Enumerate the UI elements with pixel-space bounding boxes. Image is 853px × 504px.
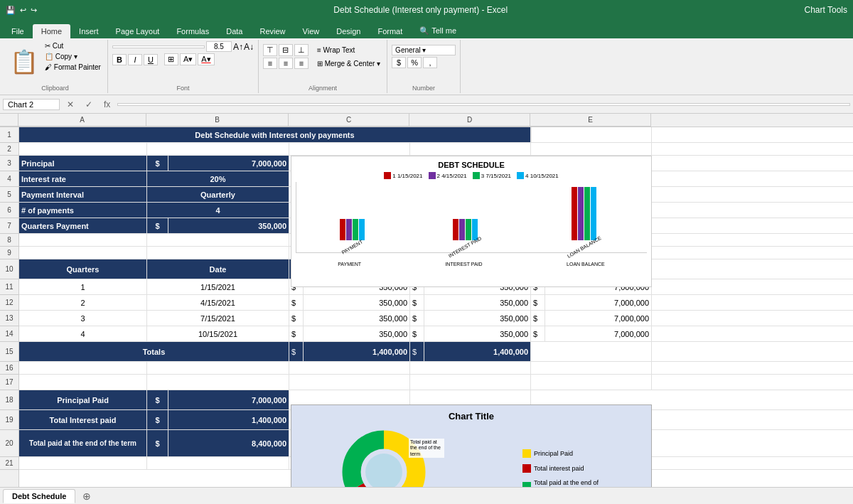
donut-chart[interactable]: Chart Title (291, 404, 652, 487)
confirm-button[interactable]: ✓ (81, 99, 97, 110)
align-right-button[interactable]: ≡ (294, 58, 309, 69)
align-left-button[interactable]: ≡ (263, 58, 277, 69)
row-header-5[interactable]: 5 (0, 187, 18, 203)
row-header-3[interactable]: 3 (0, 156, 18, 171)
table-row (19, 143, 853, 156)
row-header-15[interactable]: 15 (0, 342, 18, 362)
percent-button[interactable]: % (407, 57, 422, 68)
table-row: Debt Schedule with Interest only payment… (19, 127, 853, 143)
col-header-d[interactable]: D (409, 114, 530, 127)
underline-button[interactable]: U (144, 54, 158, 65)
row-header-2[interactable]: 2 (0, 143, 18, 156)
tab-home[interactable]: Home (33, 24, 70, 38)
row-header-10[interactable]: 10 (0, 259, 18, 279)
redo-icon[interactable]: ↪ (31, 6, 37, 15)
row-header-11[interactable]: 11 (0, 279, 18, 295)
row-header-20[interactable]: 20 (0, 430, 18, 457)
align-center-button[interactable]: ≡ (279, 58, 293, 69)
font-color-button[interactable]: A▾ (198, 53, 214, 65)
col-header-e[interactable]: E (530, 114, 651, 127)
cell-9b (147, 247, 289, 259)
row-header-18[interactable]: 18 (0, 390, 18, 410)
align-bottom-button[interactable]: ⊥ (294, 44, 309, 56)
cell-17b (147, 375, 289, 390)
tab-format[interactable]: Format (369, 24, 411, 38)
row-header-14[interactable]: 14 (0, 326, 18, 342)
col-header-a[interactable]: A (18, 114, 146, 127)
row-header-12[interactable]: 12 (0, 295, 18, 311)
formula-input[interactable] (117, 103, 850, 106)
cell-14c-dollar: $ (289, 326, 304, 341)
row-header-13[interactable]: 13 (0, 311, 18, 326)
table-row: 3 7/15/2021 $ 350,000 $ 350,000 $ 7,000,… (19, 311, 853, 326)
tab-formulas[interactable]: Formulas (168, 24, 218, 38)
cell-20a: Total paid at the end of the term (19, 430, 147, 456)
row-header-8[interactable]: 8 (0, 234, 18, 247)
row-headers: 1 2 3 4 5 6 7 8 9 10 11 12 13 14 15 16 1… (0, 127, 19, 487)
font-group: 8.5 A↑ A↓ B I U ⊞ A▾ A▾ Font (108, 40, 259, 93)
border-button[interactable]: ⊞ (164, 53, 178, 65)
dollar-button[interactable]: $ (392, 57, 406, 68)
font-name-input[interactable] (112, 45, 205, 48)
merge-center-button[interactable]: ⊞ Merge & Center ▾ (315, 59, 382, 68)
cell-6a: # of payments (19, 203, 147, 218)
row-header-7[interactable]: 7 (0, 218, 18, 234)
font-grow-button[interactable]: A↑ (233, 42, 243, 52)
cell-19b-val: 1,400,000 (168, 410, 289, 429)
tab-tell-me[interactable]: 🔍 Tell me (411, 23, 465, 38)
tab-view[interactable]: View (294, 24, 328, 38)
cut-button[interactable]: ✂ Cut (43, 41, 103, 50)
row-header-4[interactable]: 4 (0, 171, 18, 187)
cell-reference[interactable]: Chart 2 (3, 99, 60, 110)
add-sheet-button[interactable]: ⊕ (77, 489, 97, 503)
cell-17e (531, 375, 652, 390)
cancel-button[interactable]: ✕ (63, 99, 78, 110)
italic-button[interactable]: I (128, 54, 142, 65)
cell-13d-dollar: $ (410, 311, 424, 326)
row-header-1[interactable]: 1 (0, 127, 18, 143)
col-header-c[interactable]: C (289, 114, 409, 127)
row-header-19[interactable]: 19 (0, 410, 18, 430)
font-size-input[interactable]: 8.5 (206, 41, 232, 52)
sheet-tab-debt-schedule[interactable]: Debt Schedule (3, 489, 75, 503)
format-painter-button[interactable]: 🖌 Format Painter (43, 63, 103, 72)
tab-file[interactable]: File (3, 24, 33, 38)
col-header-b[interactable]: B (146, 114, 289, 127)
paste-button[interactable]: 📋 (7, 47, 41, 77)
cell-19b-dollar: $ (147, 410, 168, 429)
align-middle-button[interactable]: ⊟ (279, 44, 293, 56)
row-header-9[interactable]: 9 (0, 247, 18, 259)
align-top-button[interactable]: ⊤ (263, 44, 277, 56)
cell-15e (531, 342, 652, 361)
undo-icon[interactable]: ↩ (20, 6, 26, 15)
cell-16a (19, 362, 147, 374)
copy-button[interactable]: 📋 Copy ▾ (43, 52, 103, 61)
cell-15c-dollar: $ (289, 342, 304, 361)
cell-13c-dollar: $ (289, 311, 304, 326)
row-header-16[interactable]: 16 (0, 362, 18, 375)
comma-button[interactable]: , (423, 57, 437, 68)
function-button[interactable]: fx (100, 99, 114, 110)
cell-19a: Total Interest paid (19, 410, 147, 429)
bold-button[interactable]: B (112, 54, 127, 65)
font-shrink-button[interactable]: A↓ (244, 42, 254, 52)
donut-legend: Principal Paid Total interest paid Total… (522, 449, 605, 488)
row-header-21[interactable]: 21 (0, 457, 18, 470)
number-format-dropdown[interactable]: General ▾ (392, 45, 456, 55)
fill-color-button[interactable]: A▾ (180, 53, 196, 65)
row-header-6[interactable]: 6 (0, 203, 18, 218)
row-header-17[interactable]: 17 (0, 375, 18, 390)
tab-data[interactable]: Data (218, 24, 251, 38)
wrap-text-button[interactable]: ≡ Wrap Text (315, 45, 357, 55)
table-row (19, 375, 853, 390)
tab-review[interactable]: Review (251, 24, 294, 38)
tab-design[interactable]: Design (328, 24, 369, 38)
bar-chart[interactable]: DEBT SCHEDULE 1 1/15/2021 2 4/15/2021 3 … (291, 156, 652, 287)
tab-page-layout[interactable]: Page Layout (107, 24, 168, 38)
tab-insert[interactable]: Insert (70, 24, 107, 38)
save-icon[interactable]: 💾 (6, 6, 16, 15)
cell-11b: 1/15/2021 (147, 279, 289, 294)
bar-chart-title: DEBT SCHEDULE (296, 161, 647, 169)
cell-5b: Quarterly (147, 187, 289, 202)
cell-2a (19, 143, 147, 155)
